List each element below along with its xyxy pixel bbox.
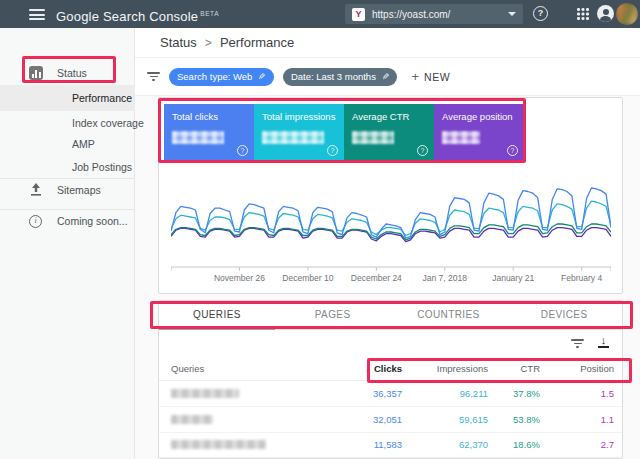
tab-countries[interactable]: COUNTRIES <box>391 301 507 329</box>
column-queries[interactable]: Queries <box>171 363 314 374</box>
sidebar: Status Performance Index coverage AMP Jo… <box>0 28 135 459</box>
dimension-tabs: QUERIES PAGES COUNTRIES DEVICES <box>159 301 622 330</box>
download-icon[interactable]: ↓ <box>597 334 610 350</box>
impressions-value: 59,615 <box>402 414 488 425</box>
yoast-favicon-icon: Y <box>352 8 365 21</box>
position-value: 1.5 <box>540 388 614 399</box>
help-icon[interactable]: ? <box>237 145 248 156</box>
date-range-chip[interactable]: Date: Last 3 months ✎ <box>283 68 398 86</box>
dimensions-table-card: QUERIES PAGES COUNTRIES DEVICES ↓ Querie… <box>158 300 623 459</box>
apps-grid-icon[interactable] <box>577 8 589 20</box>
tab-pages[interactable]: PAGES <box>275 301 391 329</box>
filter-icon[interactable] <box>147 72 160 81</box>
position-value: 2.7 <box>540 439 614 450</box>
sidebar-item-status[interactable]: Status <box>0 63 135 83</box>
beta-badge: BETA <box>200 10 219 17</box>
metric-tile-total-clicks[interactable]: Total clicks ? <box>164 104 254 161</box>
tab-queries[interactable]: QUERIES <box>159 301 275 329</box>
redacted-value <box>262 131 324 144</box>
impressions-value: 62,370 <box>402 439 488 450</box>
chevron-down-icon <box>508 12 516 20</box>
top-bar: Google Search ConsoleBETA Y https://yoas… <box>0 0 640 28</box>
sidebar-item-index-coverage[interactable]: Index coverage <box>0 112 135 134</box>
breadcrumb-performance: Performance <box>220 35 294 50</box>
ctr-value: 37.8% <box>488 388 540 399</box>
tab-devices[interactable]: DEVICES <box>506 301 622 329</box>
sort-desc-icon: ↓ <box>365 363 370 374</box>
hamburger-menu-icon[interactable] <box>29 9 45 20</box>
metric-tiles: Total clicks ? Total impressions ? Avera… <box>164 104 524 161</box>
x-axis-label: January 21 <box>492 273 534 283</box>
property-selector[interactable]: Y https://yoast.com/ <box>345 4 523 24</box>
performance-line-chart: November 26December 10December 24Jan 7, … <box>171 181 611 289</box>
clicks-value: 32,051 <box>314 414 402 425</box>
table-row[interactable]: 11,583 62,370 18.6% 2.7 <box>159 432 622 458</box>
clicks-value: 11,583 <box>314 439 402 450</box>
help-icon[interactable]: ? <box>327 145 338 156</box>
metric-tile-total-impressions[interactable]: Total impressions ? <box>254 104 344 161</box>
chart-canvas <box>171 181 611 273</box>
column-clicks[interactable]: ↓Clicks <box>314 363 402 374</box>
metric-tile-average-position[interactable]: Average position ? <box>434 104 524 161</box>
plus-icon: + <box>411 69 419 84</box>
redacted-query <box>171 415 213 424</box>
position-value: 1.1 <box>540 414 614 425</box>
table-row[interactable]: 36,357 96,211 37.8% 1.5 <box>159 381 622 407</box>
x-axis-label: December 24 <box>351 273 402 283</box>
bar-chart-icon <box>29 66 43 80</box>
sidebar-item-performance[interactable]: Performance <box>0 85 135 111</box>
table-row[interactable]: 32,051 59,615 53.8% 1.1 <box>159 407 622 433</box>
help-icon[interactable]: ? <box>507 145 518 156</box>
sidebar-item-amp[interactable]: AMP <box>0 133 135 155</box>
column-ctr[interactable]: CTR <box>488 363 540 374</box>
redacted-query <box>171 440 266 449</box>
column-position[interactable]: Position <box>540 363 614 374</box>
sidebar-item-job-postings[interactable]: Job Postings <box>0 156 135 178</box>
breadcrumb: Status > Performance <box>135 28 640 58</box>
table-toolbar: ↓ <box>159 330 622 357</box>
new-filter-button[interactable]: + NEW <box>411 69 450 84</box>
ctr-value: 18.6% <box>488 439 540 450</box>
redacted-value <box>172 131 224 144</box>
help-icon[interactable]: ? <box>533 6 548 21</box>
google-search-console-app: Google Search ConsoleBETA Y https://yoas… <box>0 0 640 459</box>
redacted-value <box>442 131 480 144</box>
breadcrumb-separator: > <box>205 36 212 50</box>
impressions-value: 96,211 <box>402 388 488 399</box>
sidebar-item-sitemaps[interactable]: Sitemaps <box>0 179 135 201</box>
upload-icon <box>29 183 43 198</box>
avatar-blurred-photo <box>616 3 638 25</box>
account-icon[interactable] <box>597 5 614 22</box>
chart-line-clicks <box>171 188 611 238</box>
search-type-chip[interactable]: Search type: Web ✎ <box>169 68 274 86</box>
x-axis-label: Jan 7, 2018 <box>423 273 467 283</box>
ctr-value: 53.8% <box>488 414 540 425</box>
x-axis-label: December 10 <box>282 273 333 283</box>
avatar[interactable] <box>616 3 638 25</box>
redacted-value <box>352 131 394 144</box>
performance-chart-card: Total clicks ? Total impressions ? Avera… <box>158 97 623 294</box>
edit-pencil-icon: ✎ <box>382 72 390 82</box>
column-impressions[interactable]: Impressions <box>402 363 488 374</box>
breadcrumb-status[interactable]: Status <box>160 35 197 50</box>
filter-bar: Search type: Web ✎ Date: Last 3 months ✎… <box>135 58 640 96</box>
x-axis-label: February 4 <box>561 273 602 283</box>
info-icon: i <box>29 215 42 228</box>
x-axis-labels: November 26December 10December 24Jan 7, … <box>171 273 611 287</box>
app-title: Google Search ConsoleBETA <box>56 0 219 28</box>
redacted-query <box>171 389 239 398</box>
table-filter-icon[interactable] <box>571 339 584 348</box>
metric-tile-average-ctr[interactable]: Average CTR ? <box>344 104 434 161</box>
table-header-row: Queries ↓Clicks Impressions CTR Position <box>159 357 622 381</box>
x-axis-label: November 26 <box>214 273 265 283</box>
property-url: https://yoast.com/ <box>372 9 450 20</box>
main-content: Status > Performance Search type: Web ✎ … <box>135 28 640 459</box>
edit-pencil-icon: ✎ <box>258 72 266 82</box>
help-icon[interactable]: ? <box>417 145 428 156</box>
sidebar-item-coming-soon[interactable]: i Coming soon... <box>0 210 135 232</box>
clicks-value: 36,357 <box>314 388 402 399</box>
